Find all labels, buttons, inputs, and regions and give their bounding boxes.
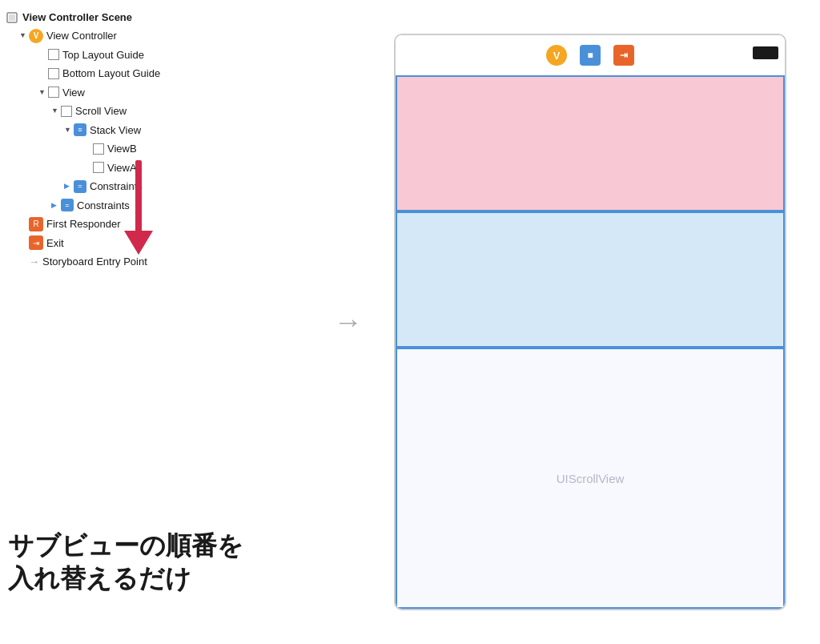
scene-title: View Controller Scene	[0, 10, 336, 26]
view-pink	[396, 75, 785, 211]
icon-rect-view	[48, 87, 59, 98]
phone-frame: V ■ ⇥ UIScrollView	[394, 34, 786, 610]
stack-view-label: Stack View	[90, 123, 141, 139]
tree-arrow-stack: ▼	[64, 125, 74, 136]
tree-arrow-vc: ▼	[19, 30, 29, 42]
first-responder-label: First Responder	[46, 216, 120, 232]
icon-constraints1: =	[74, 180, 86, 193]
scroll-view-label: Scroll View	[75, 103, 127, 119]
top-layout-label: Top Layout Guide	[62, 47, 144, 63]
scene-icon	[6, 12, 18, 23]
icon-responder: R	[29, 217, 43, 231]
tree-item-vc[interactable]: ▼ V View Controller	[0, 26, 336, 46]
tree-item-viewb[interactable]: ViewB	[0, 139, 336, 159]
icon-vc: V	[29, 29, 43, 43]
tree-arrow-view: ▼	[38, 87, 48, 99]
transition-arrow: →	[336, 0, 360, 644]
icon-rect-viewa	[93, 162, 104, 173]
icon-constraints2: =	[61, 199, 74, 211]
tree-item-top-layout[interactable]: Top Layout Guide	[0, 46, 336, 65]
tree-item-viewa[interactable]: ViewA	[0, 159, 336, 178]
exit-label: Exit	[46, 235, 64, 252]
view-label: View	[62, 85, 85, 101]
tree-item-constraints1[interactable]: ▶ = Constraints	[0, 177, 336, 196]
view-blue	[396, 211, 785, 348]
scroll-view-label-text: UIScrollView	[557, 472, 625, 485]
svg-rect-1	[9, 14, 15, 21]
tree-item-scroll-view[interactable]: ▼ Scroll View	[0, 102, 336, 121]
tree-item-storyboard[interactable]: → Storyboard Entry Point	[0, 252, 336, 272]
phone-icon-blue: ■	[580, 45, 601, 66]
icon-rect-bl	[48, 68, 59, 79]
phone-top-bar: V ■ ⇥	[396, 35, 785, 75]
scene-title-text: View Controller Scene	[22, 11, 132, 23]
annotation-line1: サブビューの順番を	[8, 529, 243, 563]
icon-exit: ⇥	[29, 235, 43, 250]
left-panel: View Controller Scene ▼ V View Controlle…	[0, 0, 336, 644]
tree-item-first-responder[interactable]: R First Responder	[0, 215, 336, 234]
tree-arrow-scroll: ▼	[51, 106, 61, 117]
red-arrow	[124, 160, 153, 255]
bottom-layout-label: Bottom Layout Guide	[62, 66, 160, 82]
tree-arrow-c1: ▶	[64, 181, 74, 192]
annotation-text: サブビューの順番を 入れ替えるだけ	[8, 529, 243, 596]
view-scroll: UIScrollView	[396, 348, 785, 609]
icon-stack: ≡	[74, 123, 86, 136]
tree-item-bottom-layout[interactable]: Bottom Layout Guide	[0, 64, 336, 83]
icon-rect-tl	[48, 49, 59, 60]
storyboard-label: Storyboard Entry Point	[42, 254, 147, 270]
arrow-shaft	[135, 160, 142, 232]
tree-arrow-c2: ▶	[51, 200, 61, 211]
annotation-line2: 入れ替えるだけ	[8, 562, 243, 596]
icon-storyboard-arrow: →	[29, 254, 39, 270]
constraints2-label: Constraints	[77, 198, 130, 214]
vc-label: View Controller	[46, 28, 117, 44]
tree-item-constraints2[interactable]: ▶ = Constraints	[0, 196, 336, 215]
tree-item-exit[interactable]: ⇥ Exit	[0, 234, 336, 253]
phone-icon-orange: ⇥	[613, 45, 634, 66]
phone-icon-vc: V	[546, 45, 567, 66]
tree-item-stack-view[interactable]: ▼ ≡ Stack View	[0, 121, 336, 140]
arrow-head	[124, 231, 153, 255]
icon-rect-viewb	[93, 143, 104, 155]
tree-item-view[interactable]: ▼ View	[0, 83, 336, 103]
viewb-label: ViewB	[107, 141, 137, 157]
battery-indicator	[753, 46, 778, 59]
icon-rect-scroll	[61, 106, 72, 117]
right-panel: V ■ ⇥ UIScrollView	[360, 0, 820, 644]
